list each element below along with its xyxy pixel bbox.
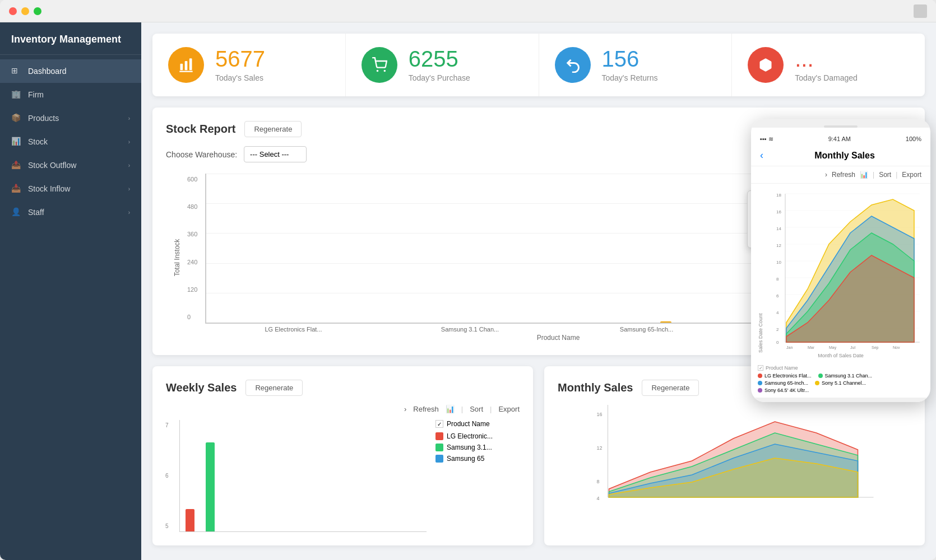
bar-group-samsung65	[559, 321, 733, 323]
stock-report-regen-button[interactable]: Regenerate	[244, 121, 302, 137]
weekly-plot: 7 6 5	[179, 420, 427, 532]
weekly-y-labels: 7 6 5	[165, 420, 169, 531]
svg-text:18: 18	[776, 193, 781, 198]
weekly-chart-main: 7 6 5	[166, 420, 427, 532]
mobile-signal-icon: ▪▪▪ ≋	[760, 136, 773, 143]
mobile-toolbar: › Refresh 📊 | Sort | Export	[751, 166, 930, 184]
sidebar-item-stock-outflow[interactable]: 📤 Stock Outflow ›	[0, 153, 141, 177]
close-button[interactable]	[9, 7, 17, 15]
mobile-top	[751, 119, 930, 128]
legend-label-samsung65: Samsung 65-Inch...	[764, 380, 808, 386]
outflow-chevron-icon: ›	[128, 162, 130, 169]
mobile-legend-item-lg: LG Electronics Flat...	[758, 373, 812, 379]
mobile-legend-item-samsung65: Samsung 65-Inch...	[758, 380, 808, 386]
mobile-x-axis-label: Month of Sales Date	[758, 353, 924, 358]
svg-text:0: 0	[776, 340, 779, 345]
weekly-sales-regen-button[interactable]: Regenerate	[245, 380, 303, 396]
y-label-360: 360	[187, 231, 197, 237]
mobile-sort-button[interactable]: Sort	[879, 171, 891, 179]
minimize-button[interactable]	[21, 7, 29, 15]
x-label-samsung65: Samsung 65-Inch...	[558, 326, 735, 333]
bar-samsung65-4[interactable]	[660, 321, 671, 323]
mobile-time: 9:41 AM	[828, 136, 851, 143]
stat-card-sales: 5677 Today's Sales	[152, 34, 346, 96]
damaged-icon	[748, 47, 784, 83]
mobile-legend-row2: Samsung 65-Inch... Sony 5.1 Channel...	[758, 380, 924, 386]
sidebar-label-dashboard: Dashboard	[28, 67, 130, 76]
mobile-legend: ✓ Product Name LG Electronics Flat... Sa…	[751, 363, 930, 398]
weekly-export-btn[interactable]: Export	[498, 405, 520, 413]
weekly-sales-toolbar: › Refresh 📊 | Sort | Export	[166, 405, 520, 413]
mobile-bottom	[751, 398, 930, 402]
svg-text:10: 10	[776, 260, 781, 265]
legend-color-lg	[435, 432, 443, 440]
warehouse-select[interactable]: --- Select ---	[244, 146, 307, 162]
legend-dot-samsung65	[758, 381, 762, 385]
mobile-svg-container: 18 16 14 12 10 8 6 4 2 0	[767, 188, 924, 353]
sidebar-item-staff[interactable]: 👤 Staff ›	[0, 200, 141, 224]
weekly-bar-1[interactable]	[186, 509, 194, 531]
weekly-legend-label-lg: LG Electronic...	[447, 432, 493, 440]
returns-label: Today's Returns	[602, 73, 716, 82]
weekly-legend-item-3: Samsung 65	[435, 455, 520, 463]
weekly-sort-btn[interactable]: Sort	[470, 405, 483, 413]
sidebar-item-stock[interactable]: 📊 Stock ›	[0, 130, 141, 153]
purchase-number: 6255	[409, 48, 523, 70]
svg-text:Nov: Nov	[893, 346, 900, 349]
mobile-battery: 100%	[906, 136, 921, 143]
svg-text:2: 2	[776, 327, 779, 332]
purchase-info: 6255 Today's Purchase	[409, 48, 523, 82]
sidebar-label-products: Products	[28, 114, 122, 123]
damaged-label: Today's Damaged	[795, 73, 909, 82]
y-label-600: 600	[187, 176, 197, 183]
firm-icon: 🏢	[11, 90, 21, 100]
svg-text:12: 12	[776, 243, 781, 248]
svg-text:8: 8	[776, 277, 779, 282]
weekly-refresh-btn[interactable]: Refresh	[413, 405, 439, 413]
mobile-export-button[interactable]: Export	[902, 171, 921, 179]
legend-color-samsung31	[435, 444, 443, 451]
svg-text:4: 4	[776, 310, 779, 315]
maximize-button[interactable]	[34, 7, 41, 15]
inflow-chevron-icon: ›	[128, 186, 130, 192]
sales-info: 5677 Today's Sales	[215, 48, 330, 82]
weekly-chart-icon: 📊	[446, 405, 455, 413]
y-labels: 600 480 360 240 120 0	[187, 174, 197, 323]
y-label-240: 240	[187, 259, 197, 265]
mobile-back-button[interactable]: ‹	[760, 150, 763, 161]
sidebar-item-products[interactable]: 📦 Products ›	[0, 106, 141, 130]
mobile-divider2: |	[896, 171, 897, 179]
titlebar	[0, 0, 936, 22]
monthly-sales-regen-button[interactable]: Regenerate	[642, 380, 699, 396]
weekly-bar-2[interactable]	[206, 442, 215, 531]
stock-outflow-icon: 📤	[11, 160, 21, 170]
stat-card-purchase: 6255 Today's Purchase	[346, 34, 539, 96]
svg-text:8: 8	[597, 479, 600, 484]
svg-rect-0	[180, 64, 183, 71]
sidebar-item-firm[interactable]: 🏢 Firm	[0, 83, 141, 106]
products-chevron-icon: ›	[128, 115, 130, 122]
window-icon	[914, 4, 927, 18]
mobile-chart-area: Sales Date Count 18 16 14 12 10 8	[751, 184, 930, 363]
sidebar-item-stock-inflow[interactable]: 📥 Stock Inflow ›	[0, 177, 141, 200]
stock-icon: 📊	[11, 137, 21, 147]
main-content: 5677 Today's Sales 6255 Today'	[141, 22, 936, 560]
damaged-info: ... Today's Damaged	[795, 48, 909, 82]
x-label-samsung31: Samsung 3.1 Chan...	[382, 326, 558, 333]
svg-text:Jul: Jul	[850, 346, 855, 349]
stock-chevron-icon: ›	[128, 139, 130, 145]
monthly-chart-area: 16 12 8 4	[558, 405, 911, 517]
y-axis-title: Total Instock	[166, 174, 188, 342]
svg-text:May: May	[829, 346, 837, 350]
y-label-120: 120	[187, 286, 197, 293]
sidebar-title: Inventory Management	[0, 22, 141, 55]
sidebar-item-dashboard[interactable]: ⊞ Dashboard	[0, 59, 141, 83]
legend-checkbox[interactable]: ✓	[435, 420, 443, 428]
legend-label-samsung31: Samsung 3.1 Chan...	[825, 373, 873, 379]
y-label-480: 480	[187, 203, 197, 210]
y-label-0: 0	[187, 314, 197, 320]
weekly-divider2: |	[490, 405, 492, 413]
mobile-refresh-button[interactable]: Refresh	[832, 171, 855, 179]
mobile-statusbar: ▪▪▪ ≋ 9:41 AM 100%	[751, 131, 930, 145]
mobile-chart-icon: 📊	[860, 171, 868, 179]
